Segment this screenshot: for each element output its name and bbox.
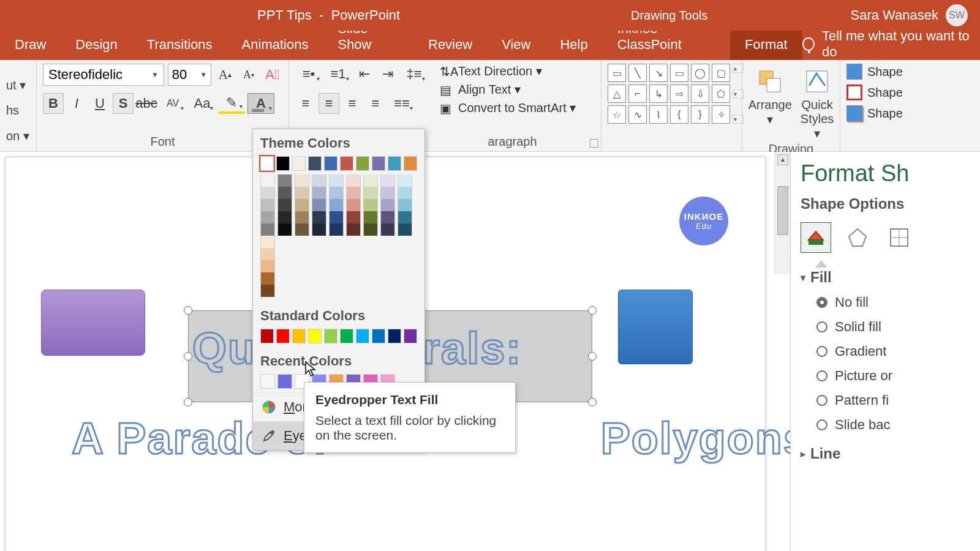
- line-spacing-button[interactable]: ‡≡: [401, 64, 428, 84]
- color-swatch[interactable]: [398, 223, 412, 236]
- color-swatch[interactable]: [276, 329, 290, 343]
- color-swatch[interactable]: [312, 223, 326, 236]
- size-tab-icon[interactable]: [884, 222, 914, 253]
- tab-design[interactable]: Design: [61, 31, 132, 60]
- color-swatch[interactable]: [260, 285, 275, 297]
- tell-me-search[interactable]: Tell me what you want to do: [802, 28, 980, 60]
- color-swatch[interactable]: [329, 187, 344, 199]
- color-swatch[interactable]: [398, 187, 412, 199]
- color-swatch[interactable]: [260, 374, 275, 389]
- effects-tab-icon[interactable]: [842, 222, 873, 253]
- color-swatch[interactable]: [260, 329, 274, 343]
- shape-textbox-icon[interactable]: ▭: [608, 64, 626, 82]
- tab-format[interactable]: Format: [730, 31, 802, 60]
- align-center-button[interactable]: ≡: [318, 93, 339, 114]
- purple-rectangle-shape[interactable]: [41, 290, 145, 356]
- color-swatch[interactable]: [277, 211, 292, 223]
- decrease-font-icon[interactable]: A▾: [239, 64, 259, 85]
- color-swatch[interactable]: [329, 174, 344, 187]
- color-swatch[interactable]: [260, 260, 275, 272]
- color-swatch[interactable]: [324, 329, 337, 343]
- numbering-button[interactable]: ≡1: [325, 64, 352, 84]
- color-swatch[interactable]: [312, 174, 326, 187]
- scroll-up-icon[interactable]: ▴: [777, 154, 788, 165]
- font-size-combo[interactable]: 80 ▼: [168, 64, 211, 86]
- color-swatch[interactable]: [346, 174, 361, 187]
- color-swatch[interactable]: [312, 187, 326, 199]
- paragraph-dialog-launcher[interactable]: [590, 139, 598, 148]
- color-swatch[interactable]: [295, 211, 309, 223]
- color-swatch[interactable]: [363, 199, 378, 211]
- clear-formatting-icon[interactable]: A⃠: [262, 64, 282, 85]
- color-swatch[interactable]: [260, 211, 275, 223]
- resize-handle[interactable]: [588, 398, 597, 407]
- resize-handle[interactable]: [588, 306, 597, 315]
- slide-background-radio[interactable]: Slide bac: [816, 417, 980, 433]
- color-swatch[interactable]: [380, 211, 395, 223]
- color-swatch[interactable]: [346, 199, 361, 211]
- increase-indent-button[interactable]: ⇥: [377, 64, 398, 84]
- fill-section-header[interactable]: Fill: [801, 269, 980, 286]
- layout-fragment[interactable]: ut ▾: [6, 78, 30, 92]
- italic-button[interactable]: I: [66, 93, 87, 114]
- shape-roundrect-icon[interactable]: ▢: [712, 64, 730, 82]
- resize-handle[interactable]: [184, 398, 192, 407]
- color-swatch[interactable]: [363, 187, 378, 199]
- color-swatch[interactable]: [292, 329, 306, 343]
- color-swatch[interactable]: [372, 156, 385, 171]
- align-text-button[interactable]: ▤Align Text ▾: [440, 82, 576, 97]
- shape-arrow-right-icon[interactable]: ⇨: [670, 84, 688, 103]
- color-swatch[interactable]: [277, 223, 292, 236]
- vertical-scrollbar[interactable]: ▴: [774, 152, 790, 274]
- color-swatch[interactable]: [312, 199, 326, 211]
- highlight-button[interactable]: ✎: [218, 93, 245, 114]
- color-swatch[interactable]: [346, 223, 361, 236]
- color-swatch[interactable]: [404, 156, 417, 171]
- color-swatch[interactable]: [372, 329, 385, 343]
- account-area[interactable]: Sara Wanasek SW: [851, 4, 968, 26]
- color-swatch[interactable]: [363, 211, 378, 223]
- color-swatch[interactable]: [295, 223, 309, 236]
- color-swatch[interactable]: [276, 156, 290, 171]
- color-swatch[interactable]: [346, 187, 361, 199]
- resize-handle[interactable]: [184, 306, 192, 315]
- shape-freeform-icon[interactable]: ⌇: [649, 105, 668, 124]
- shape-elbow-arrow-icon[interactable]: ↳: [649, 84, 668, 103]
- font-name-combo[interactable]: Stereofidelic ▼: [43, 64, 164, 86]
- picture-fill-radio[interactable]: Picture or: [816, 368, 980, 384]
- arrange-button[interactable]: Arrange▾: [748, 67, 792, 141]
- color-swatch[interactable]: [260, 236, 275, 248]
- color-swatch[interactable]: [340, 156, 353, 171]
- resize-handle[interactable]: [184, 352, 192, 361]
- quick-styles-button[interactable]: Quick Styles▾: [801, 67, 834, 141]
- solid-fill-radio[interactable]: Solid fill: [816, 319, 980, 335]
- bold-button[interactable]: B: [43, 93, 64, 114]
- columns-button[interactable]: ≡≡: [388, 93, 415, 114]
- color-swatch[interactable]: [260, 187, 275, 199]
- color-swatch[interactable]: [308, 156, 322, 171]
- layout-fragment[interactable]: hs: [6, 103, 30, 118]
- color-swatch[interactable]: [356, 156, 369, 171]
- theme-shades-grid[interactable]: [253, 174, 424, 302]
- align-left-button[interactable]: ≡: [295, 93, 316, 114]
- blue-square-shape[interactable]: [618, 290, 693, 364]
- color-swatch[interactable]: [329, 211, 344, 223]
- shape-fill-button[interactable]: Shape: [846, 64, 908, 80]
- bullets-button[interactable]: ≡•: [295, 64, 322, 84]
- color-swatch[interactable]: [260, 272, 275, 285]
- tab-view[interactable]: View: [487, 31, 545, 60]
- tab-review[interactable]: Review: [413, 31, 487, 60]
- color-swatch[interactable]: [346, 211, 361, 223]
- line-section-header[interactable]: Line: [801, 445, 980, 462]
- gradient-fill-radio[interactable]: Gradient: [816, 343, 980, 359]
- user-avatar[interactable]: SW: [946, 4, 968, 26]
- shape-curve-icon[interactable]: ∿: [628, 105, 647, 124]
- fill-line-tab-icon[interactable]: [801, 222, 831, 253]
- color-swatch[interactable]: [292, 156, 306, 171]
- color-swatch[interactable]: [388, 156, 401, 171]
- shape-options-tab[interactable]: Shape Options: [801, 195, 980, 212]
- color-swatch[interactable]: [388, 329, 401, 343]
- shape-outline-button[interactable]: Shape: [846, 84, 908, 100]
- shape-pentagon-icon[interactable]: ⬠: [712, 84, 730, 103]
- tab-transitions[interactable]: Transitions: [132, 31, 227, 60]
